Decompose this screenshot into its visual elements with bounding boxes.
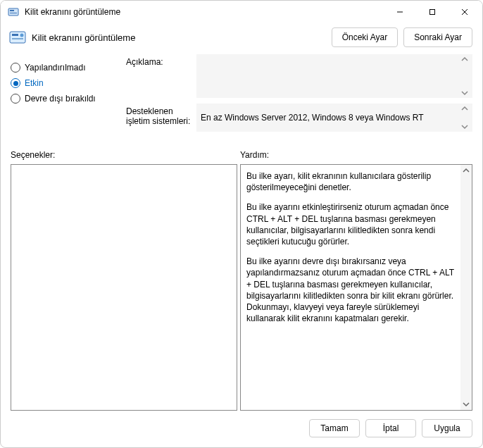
chevron-up-icon xyxy=(461,56,468,63)
panels: Bu ilke ayarı, kilit ekranının kullanıcı… xyxy=(1,164,482,411)
titlebar: Kilit ekranını görüntüleme xyxy=(1,1,482,23)
svg-rect-2 xyxy=(10,13,17,13)
svg-point-10 xyxy=(20,34,24,37)
previous-setting-button[interactable]: Önceki Ayar xyxy=(332,27,398,47)
description-scrollbar[interactable] xyxy=(461,56,471,97)
options-panel xyxy=(11,164,237,411)
svg-rect-7 xyxy=(10,32,25,43)
chevron-up-icon xyxy=(461,105,468,112)
help-scrollbar[interactable] xyxy=(460,165,472,410)
apply-button[interactable]: Uygula xyxy=(422,419,472,437)
supported-os-text: En az Windows Server 2012, Windows 8 vey… xyxy=(201,113,424,123)
description-box[interactable] xyxy=(196,54,472,98)
ok-button[interactable]: Tamam xyxy=(309,419,360,437)
window-title: Kilit ekranını görüntüleme xyxy=(25,7,384,17)
radio-disabled[interactable]: Devre dışı bırakıldı xyxy=(11,94,126,104)
radio-icon xyxy=(11,63,20,73)
os-scrollbar[interactable] xyxy=(461,105,471,130)
next-setting-button[interactable]: Sonraki Ayar xyxy=(403,27,472,47)
help-paragraph: Bu ilke ayarı, kilit ekranının kullanıcı… xyxy=(246,170,455,193)
chevron-up-icon xyxy=(463,167,470,174)
help-paragraph: Bu ilke ayarını etkinleştirirseniz oturu… xyxy=(246,201,455,247)
radio-label: Etkin xyxy=(25,78,44,88)
svg-rect-4 xyxy=(430,10,435,15)
svg-rect-9 xyxy=(12,38,23,39)
supported-os-box[interactable]: En az Windows Server 2012, Windows 8 vey… xyxy=(196,104,472,132)
radio-icon xyxy=(11,94,20,104)
policy-icon-small xyxy=(8,6,19,18)
radio-not-configured[interactable]: Yapılandırılmadı xyxy=(11,63,126,73)
help-paragraph: Bu ilke ayarını devre dışı bırakırsanız … xyxy=(246,256,455,324)
chevron-down-icon xyxy=(461,123,468,130)
radio-label: Yapılandırılmadı xyxy=(25,63,86,73)
options-label: Seçenekler: xyxy=(11,150,240,160)
help-panel: Bu ilke ayarı, kilit ekranının kullanıcı… xyxy=(240,164,472,411)
radio-icon xyxy=(11,78,20,88)
scroll-up-button[interactable] xyxy=(460,165,472,176)
radio-label: Devre dışı bırakıldı xyxy=(25,94,96,104)
page-title: Kilit ekranını görüntüleme xyxy=(32,32,326,43)
supported-os-label: Desteklenen işletim sistemleri: xyxy=(126,104,196,126)
help-text: Bu ilke ayarı, kilit ekranının kullanıcı… xyxy=(241,165,460,410)
svg-rect-0 xyxy=(8,8,18,15)
chevron-down-icon xyxy=(461,89,468,97)
section-labels: Seçenekler: Yardım: xyxy=(1,137,482,164)
svg-rect-1 xyxy=(10,10,14,11)
radio-group: Yapılandırılmadı Etkin Devre dışı bırakı… xyxy=(11,54,126,137)
close-button[interactable] xyxy=(448,1,481,23)
maximize-button[interactable] xyxy=(416,1,448,23)
minimize-button[interactable] xyxy=(384,1,416,23)
config-area: Yapılandırılmadı Etkin Devre dışı bırakı… xyxy=(1,51,482,137)
chevron-down-icon xyxy=(463,401,470,408)
cancel-button[interactable]: İptal xyxy=(365,419,416,437)
scroll-down-button[interactable] xyxy=(460,399,472,410)
footer: Tamam İptal Uygula xyxy=(1,411,482,447)
info-column: Açıklama: Desteklenen işletim sistemleri… xyxy=(126,54,472,137)
help-label: Yardım: xyxy=(240,150,269,160)
svg-rect-8 xyxy=(12,34,18,36)
radio-enabled[interactable]: Etkin xyxy=(11,78,126,88)
policy-icon xyxy=(9,29,26,46)
description-label: Açıklama: xyxy=(126,54,196,67)
header-row: Kilit ekranını görüntüleme Önceki Ayar S… xyxy=(1,23,482,51)
